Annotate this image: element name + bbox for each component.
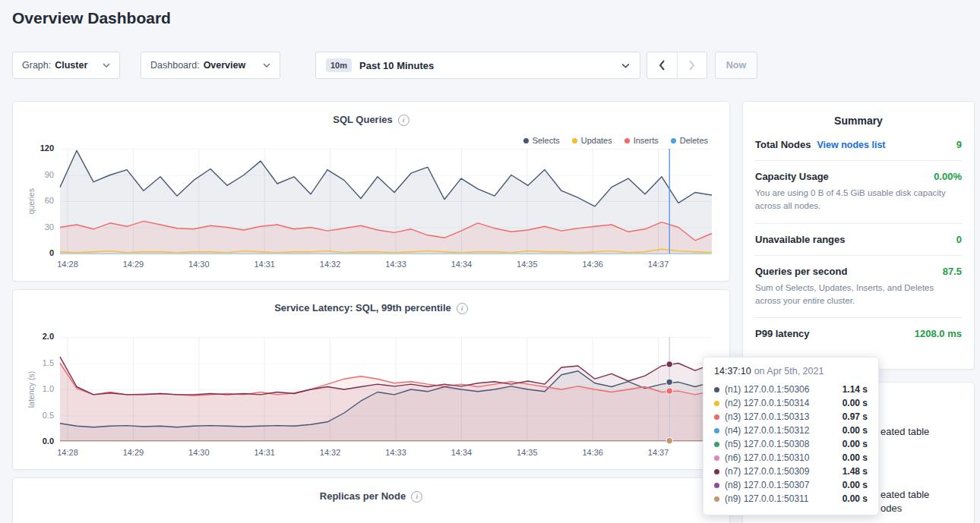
node-series-dot — [714, 455, 719, 461]
info-icon[interactable] — [457, 303, 468, 314]
node-address: (n8) 127.0.0.1:50307 — [725, 480, 842, 490]
x-axis-tick: 14:30 — [181, 260, 217, 269]
graph-dropdown[interactable]: Graph: Cluster — [12, 52, 120, 79]
node-address: (n1) 127.0.0.1:50306 — [725, 384, 842, 395]
dashboard-dropdown[interactable]: Dashboard: Overview — [141, 52, 280, 79]
x-axis-tick: 14:35 — [509, 448, 545, 457]
summary-row-unavailable-ranges: Unavailable ranges 0 — [755, 223, 962, 255]
y-axis-tick: 30 — [24, 222, 54, 232]
chart-title-row: Service Latency: SQL, 99th percentile — [13, 302, 729, 314]
summary-value: 0 — [956, 234, 962, 245]
y-axis-tick: 90 — [24, 170, 54, 179]
node-address: (n7) 127.0.0.1:50309 — [725, 466, 842, 477]
node-latency-value: 1.48 s — [842, 466, 868, 477]
time-prev-button[interactable] — [647, 52, 677, 78]
time-range-selector[interactable]: 10m Past 10 Minutes — [315, 52, 640, 79]
x-axis-tick: 14:37 — [640, 260, 677, 269]
node-address: (n5) 127.0.0.1:50308 — [725, 439, 842, 449]
legend-dot — [624, 138, 630, 143]
time-range-badge: 10m — [326, 58, 352, 72]
chart-plot-area[interactable] — [60, 149, 712, 254]
y-axis-tick: 1.5 — [24, 358, 54, 367]
legend-label: Updates — [581, 136, 612, 145]
y-axis-title: latency (s) — [27, 371, 36, 408]
x-axis-tick: 14:34 — [443, 260, 479, 269]
node-series-dot — [714, 414, 719, 420]
summary-row-total-nodes: Total Nodes View nodes list 9 — [755, 137, 962, 160]
legend-item[interactable]: Deletes — [671, 136, 708, 145]
node-latency-value: 0.00 s — [842, 425, 868, 436]
tooltip-node-row: (n8) 127.0.0.1:503070.00 s — [714, 478, 868, 492]
dashboard-dropdown-value: Overview — [204, 60, 246, 71]
summary-subtext: Sum of Selects, Updates, Inserts, and De… — [755, 282, 962, 308]
event-text-fragment: odes — [880, 503, 902, 514]
x-axis-tick: 14:28 — [49, 260, 86, 269]
info-icon[interactable] — [398, 115, 409, 126]
node-latency-value: 0.00 s — [842, 480, 868, 490]
x-axis-tick: 14:31 — [246, 260, 283, 269]
node-latency-value: 0.00 s — [842, 439, 868, 449]
x-axis-tick: 14:31 — [246, 448, 283, 457]
tooltip-node-row: (n3) 127.0.0.1:503130.97 s — [714, 410, 868, 424]
summary-label: Queries per second — [755, 266, 847, 277]
legend-dot — [572, 138, 577, 143]
dashboard-dropdown-label: Dashboard: — [150, 60, 200, 71]
legend-item[interactable]: Inserts — [624, 136, 659, 145]
chart-legend: SelectsUpdatesInsertsDeletes — [523, 136, 708, 145]
x-axis-tick: 14:33 — [378, 260, 414, 269]
chart-title: Service Latency: SQL, 99th percentile — [274, 302, 451, 313]
summary-label: P99 latency — [755, 328, 810, 339]
x-axis-tick: 14:29 — [115, 260, 151, 269]
summary-value: 9 — [956, 139, 962, 150]
node-series-dot — [714, 442, 719, 447]
chart-title: SQL Queries — [333, 114, 393, 125]
tooltip-node-row: (n9) 127.0.0.1:503110.00 s — [714, 492, 868, 506]
y-axis-tick: 0 — [24, 248, 54, 257]
node-address: (n2) 127.0.0.1:50314 — [725, 398, 842, 408]
chevron-down-icon — [103, 63, 110, 68]
x-axis-tick: 14:32 — [312, 448, 349, 457]
chart-title-row: SQL Queries — [13, 114, 729, 126]
y-axis-title: queries — [27, 188, 36, 214]
node-series-dot — [714, 496, 719, 502]
legend-label: Inserts — [634, 136, 659, 145]
legend-dot — [671, 138, 676, 143]
time-next-button[interactable] — [677, 52, 707, 78]
node-series-dot — [714, 483, 719, 488]
graph-dropdown-label: Graph: — [22, 60, 51, 71]
x-axis-tick: 14:30 — [181, 448, 217, 457]
legend-item[interactable]: Updates — [572, 136, 612, 145]
graph-dropdown-value: Cluster — [55, 60, 87, 71]
node-address: (n3) 127.0.0.1:50313 — [725, 411, 842, 422]
y-axis-tick: 0.5 — [24, 411, 54, 420]
x-axis-tick: 14:29 — [115, 448, 151, 457]
summary-row-capacity-usage: Capacity Usage 0.00% You are using 0 B o… — [755, 160, 962, 223]
info-icon[interactable] — [411, 491, 422, 503]
x-axis-tick: 14:35 — [509, 260, 545, 269]
summary-row-queries-per-second: Queries per second 87.5 Sum of Selects, … — [755, 255, 962, 318]
legend-item[interactable]: Selects — [523, 136, 560, 145]
y-axis-tick: 2.0 — [24, 332, 54, 341]
chart-title: Replicas per Node — [320, 490, 406, 502]
replicas-chart-panel: Replicas per Node — [12, 477, 730, 523]
view-nodes-list-link[interactable]: View nodes list — [817, 140, 885, 150]
summary-value: 1208.0 ms — [915, 328, 962, 339]
tooltip-node-row: (n1) 127.0.0.1:503061.14 s — [714, 383, 868, 396]
chart-plot-area[interactable] — [60, 337, 712, 442]
summary-label: Unavailable ranges — [755, 234, 846, 245]
summary-title: Summary — [743, 102, 974, 137]
tooltip-timestamp: 14:37:10on Apr 5th, 2021 — [714, 366, 868, 376]
tooltip-rows: (n1) 127.0.0.1:503061.14 s(n2) 127.0.0.1… — [714, 383, 868, 506]
x-axis-tick: 14:36 — [574, 260, 611, 269]
x-axis-tick: 14:37 — [640, 448, 677, 457]
chevron-down-icon — [263, 63, 270, 68]
now-button[interactable]: Now — [715, 52, 757, 79]
tooltip-node-row: (n2) 127.0.0.1:503140.00 s — [714, 396, 868, 410]
node-series-dot — [714, 469, 719, 474]
chart-title-row: Replicas per Node — [13, 490, 729, 503]
tooltip-node-row: (n7) 127.0.0.1:503091.48 s — [714, 465, 868, 478]
node-series-dot — [714, 401, 719, 406]
node-latency-value: 0.00 s — [842, 493, 868, 504]
tooltip-node-row: (n4) 127.0.0.1:503120.00 s — [714, 424, 868, 437]
x-axis-tick: 14:32 — [312, 260, 349, 269]
